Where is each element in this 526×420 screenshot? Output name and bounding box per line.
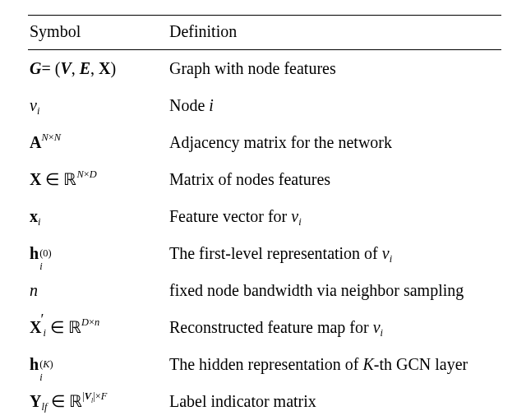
definition-cell: Node i <box>168 87 501 124</box>
definition-cell: The first-level representation of vi <box>168 235 501 272</box>
symbol-cell: X′i ∈ ℝD×n <box>28 309 168 346</box>
symbol-cell: n <box>28 272 168 309</box>
definition-cell: Matrix of nodes features <box>168 161 501 198</box>
symbol-cell: X ∈ ℝN×D <box>28 161 168 198</box>
header-symbol: Symbol <box>28 16 168 49</box>
table-row: X′i ∈ ℝD×nReconstructed feature map for … <box>28 309 501 346</box>
table-row: xiFeature vector for vi <box>28 198 501 235</box>
notation-table: Symbol Definition G= (V, E, X)Graph with… <box>28 16 501 420</box>
table-row: h(K)iThe hidden representation of K-th G… <box>28 346 501 383</box>
table-row: X ∈ ℝN×DMatrix of nodes features <box>28 161 501 198</box>
definition-cell: Label indicator matrix <box>168 383 501 420</box>
page: Symbol Definition G= (V, E, X)Graph with… <box>0 0 526 420</box>
table-row: viNode i <box>28 87 501 124</box>
symbol-cell: xi <box>28 198 168 235</box>
definition-cell: fixed node bandwidth via neighbor sampli… <box>168 272 501 309</box>
definition-cell: Adjacency matrix for the network <box>168 124 501 161</box>
definition-cell: Feature vector for vi <box>168 198 501 235</box>
symbol-cell: vi <box>28 87 168 124</box>
symbol-cell: h(K)i <box>28 346 168 383</box>
symbol-cell: h(0)i <box>28 235 168 272</box>
table-row: G= (V, E, X)Graph with node features <box>28 50 501 87</box>
symbol-cell: Ylf ∈ ℝ|Vl|×F <box>28 383 168 420</box>
table-row: AN×NAdjacency matrix for the network <box>28 124 501 161</box>
table-row: h(0)iThe first-level representation of v… <box>28 235 501 272</box>
table-row: Ylf ∈ ℝ|Vl|×FLabel indicator matrix <box>28 383 501 420</box>
definition-cell: Reconstructed feature map for vi <box>168 309 501 346</box>
definition-cell: The hidden representation of K-th GCN la… <box>168 346 501 383</box>
symbol-cell: G= (V, E, X) <box>28 50 168 87</box>
table-row: nfixed node bandwidth via neighbor sampl… <box>28 272 501 309</box>
header-definition: Definition <box>168 16 501 49</box>
definition-cell: Graph with node features <box>168 50 501 87</box>
symbol-cell: AN×N <box>28 124 168 161</box>
header-row: Symbol Definition <box>28 16 501 49</box>
